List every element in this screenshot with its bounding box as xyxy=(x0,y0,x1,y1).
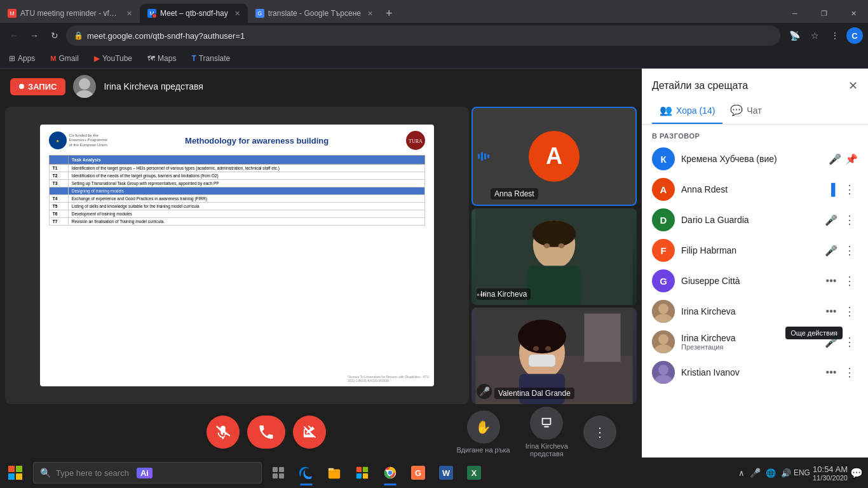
giuseppe-more-button[interactable]: ⋮ xyxy=(841,273,858,289)
bookmarks-bar: ⊞ Apps M Gmail ▶ YouTube 🗺 Maps T Transl… xyxy=(0,48,868,69)
maximize-button[interactable]: ❐ xyxy=(810,4,839,23)
lock-icon: 🔒 xyxy=(74,31,83,40)
new-tab-button[interactable]: + xyxy=(381,7,398,20)
taskbar-g[interactable]: G xyxy=(404,458,432,488)
dario-controls: 🎤 ⋮ xyxy=(825,212,858,228)
refresh-button[interactable]: ↻ xyxy=(46,27,64,44)
table-cell-desc: Identification of the target groups – HE… xyxy=(68,165,425,172)
tab-close-translate[interactable]: ✕ xyxy=(367,10,373,18)
network-icon[interactable]: 🌐 xyxy=(766,468,776,478)
filip-more-button[interactable]: ⋮ xyxy=(841,242,858,259)
star-icon[interactable]: ☆ xyxy=(806,27,824,44)
kremena-info: Кремена Хубчева (вие) xyxy=(681,154,822,164)
wave-2 xyxy=(481,152,483,161)
participant-anna: А Anna Rdest ▐ ⋮ xyxy=(642,174,868,205)
bookmark-youtube[interactable]: ▶ YouTube xyxy=(90,53,136,64)
bookmark-maps[interactable]: 🗺 Maps xyxy=(144,53,180,64)
raise-hand-button[interactable]: ✋ Вдигане на ръка xyxy=(456,410,510,454)
more-options-button[interactable]: ⋮ xyxy=(583,416,616,449)
tab-translate[interactable]: G translate - Google Търсене ✕ xyxy=(248,4,381,23)
svg-point-0 xyxy=(79,78,90,90)
kremena-controls: 🎤 📌 xyxy=(829,153,858,165)
tura-logo: TURA xyxy=(406,131,425,150)
gmail-icon: M xyxy=(50,55,56,62)
taskbar-store[interactable] xyxy=(348,458,376,488)
filip-avatar: F xyxy=(652,239,675,262)
tura-svg: TURA xyxy=(406,131,425,150)
bookmark-apps[interactable]: ⊞ Apps xyxy=(5,53,39,64)
taskbar-chrome[interactable] xyxy=(376,458,404,488)
table-header-code xyxy=(49,156,68,165)
forward-button[interactable]: → xyxy=(25,27,43,44)
details-close-icon[interactable]: ✕ xyxy=(848,79,858,93)
video-icon xyxy=(293,416,326,449)
meet-header: ЗАПИС Irina Kircheva представя xyxy=(0,69,642,104)
g-icon: G xyxy=(411,466,425,480)
anna-more-button[interactable]: ⋮ xyxy=(841,181,858,198)
record-dot xyxy=(19,84,24,89)
svg-point-26 xyxy=(658,365,668,375)
bookmark-translate[interactable]: T Translate xyxy=(187,53,234,64)
present-button[interactable]: Irina Kirchevaпредставя xyxy=(526,407,568,458)
video-panel-irina: ••• Irina Kircheva xyxy=(471,208,637,305)
tab-chat[interactable]: 💬 Чат xyxy=(722,98,769,124)
taskbar-edge[interactable] xyxy=(292,458,320,488)
eu-text: Co-funded by theErasmus+ Programmeof the… xyxy=(69,133,107,147)
svg-rect-6 xyxy=(527,266,581,305)
tab-close-gmail[interactable]: ✕ xyxy=(126,10,132,18)
taskbar: 🔍 Type here to search Ai xyxy=(0,458,868,488)
taskbar-word[interactable]: W xyxy=(432,458,460,488)
chevron-up-icon[interactable]: ∧ xyxy=(738,468,745,478)
record-button[interactable]: ЗАПИС xyxy=(10,78,65,95)
cast-icon[interactable]: 📡 xyxy=(785,27,803,44)
video-panel-valentina: 🎤 Valentina Dal Grande xyxy=(471,308,637,404)
minimize-button[interactable]: ─ xyxy=(780,4,810,23)
taskbar-files[interactable] xyxy=(320,458,348,488)
address-bar[interactable]: 🔒 meet.google.com/qtb-sndf-hay?authuser=… xyxy=(66,25,780,46)
anna-info: Anna Rdest xyxy=(681,184,818,194)
task-view-button[interactable] xyxy=(264,458,292,488)
irina1-more-button[interactable]: ⋮ xyxy=(841,303,858,320)
task-table: Task Analysis T1Identification of the ta… xyxy=(49,155,426,226)
kremena-pin-icon[interactable]: 📌 xyxy=(845,153,858,165)
mute-button[interactable] xyxy=(207,416,240,449)
start-button[interactable] xyxy=(0,458,31,488)
dario-more-button[interactable]: ⋮ xyxy=(841,212,858,228)
search-bar[interactable]: 🔍 Type here to search Ai xyxy=(33,462,262,484)
svg-point-8 xyxy=(544,243,550,248)
svg-point-20 xyxy=(658,304,668,314)
irina2-more-button[interactable]: ⋮ xyxy=(841,334,858,350)
apps-icon: ⊞ xyxy=(9,54,15,63)
participant-filip: F Filip Habrman 🎤 ⋮ xyxy=(642,235,868,266)
menu-icon[interactable]: ⋮ xyxy=(826,27,844,44)
video-button[interactable] xyxy=(293,416,326,449)
tab-close-meet[interactable]: ✕ xyxy=(234,10,240,18)
svg-point-15 xyxy=(518,320,566,353)
meet-area: ЗАПИС Irina Kircheva представя xyxy=(0,69,642,458)
video-off-svg xyxy=(302,425,316,439)
close-button[interactable]: ✕ xyxy=(839,4,868,23)
bookmark-gmail[interactable]: M Gmail xyxy=(46,53,83,64)
irina2-photo xyxy=(652,330,675,353)
tab-meet[interactable]: M Meet – qtb-sndf-hay ✕ xyxy=(140,4,248,23)
tab-gmail[interactable]: M ATU meeting reminder - vfu-pro... ✕ xyxy=(0,4,140,23)
irina2-svg xyxy=(652,330,675,353)
kristian-more-button[interactable]: ⋮ xyxy=(841,364,858,381)
taskbar-excel[interactable]: X xyxy=(460,458,488,488)
back-button[interactable]: ← xyxy=(5,27,23,44)
windows-logo xyxy=(8,466,22,480)
end-call-button[interactable] xyxy=(247,416,285,449)
svg-rect-36 xyxy=(329,470,340,479)
section-label: В РАЗГОВОР xyxy=(642,125,868,144)
clock-time: 10:54 AM xyxy=(813,464,848,474)
svg-rect-40 xyxy=(356,473,362,478)
volume-icon[interactable]: 🔊 xyxy=(781,468,791,478)
tab-people[interactable]: 👥 Хора (14) xyxy=(652,98,722,124)
taskbar-right: ∧ 🎤 🌐 🔊 ENG 10:54 AM 11/30/2020 💬 xyxy=(733,464,868,482)
filip-info: Filip Habrman xyxy=(681,245,818,255)
profile-avatar[interactable]: C xyxy=(846,27,863,44)
notification-icon[interactable]: 💬 xyxy=(850,467,863,479)
anna-speaking-icon: ▐ xyxy=(825,183,837,196)
svg-rect-35 xyxy=(279,473,284,478)
details-tabs: 👥 Хора (14) 💬 Чат xyxy=(642,98,868,125)
